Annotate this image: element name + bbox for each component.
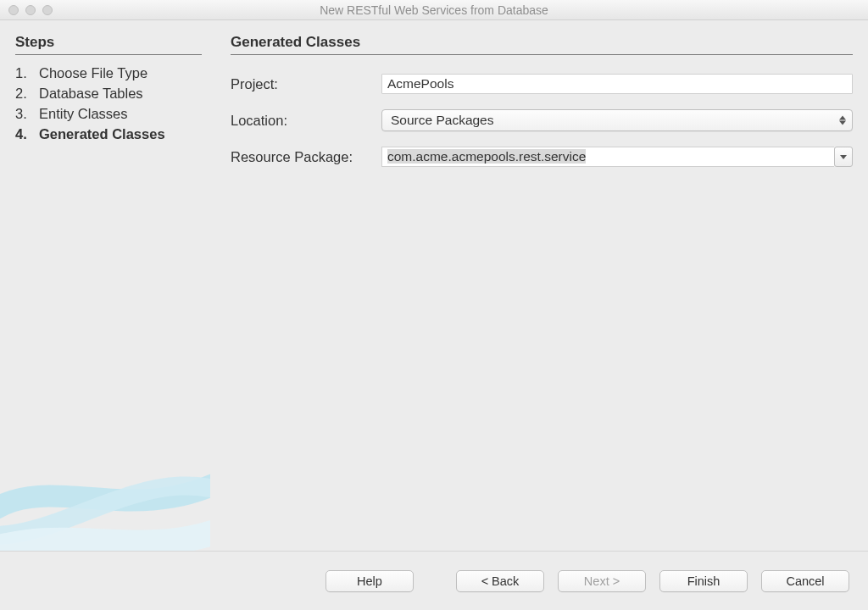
- steps-list: 1. Choose File Type 2. Database Tables 3…: [15, 64, 202, 145]
- finish-button[interactable]: Finish: [659, 570, 748, 592]
- step-item: 1. Choose File Type: [15, 64, 202, 84]
- window-controls: [0, 5, 53, 15]
- wizard-window: New RESTful Web Services from Database S…: [0, 0, 868, 610]
- titlebar: New RESTful Web Services from Database: [0, 0, 868, 20]
- step-number: 4.: [15, 125, 31, 145]
- steps-sidebar: Steps 1. Choose File Type 2. Database Ta…: [0, 20, 210, 551]
- project-label: Project:: [231, 76, 381, 92]
- location-row: Location: Source Packages: [231, 109, 853, 131]
- help-button[interactable]: Help: [326, 570, 414, 592]
- location-value: Source Packages: [391, 113, 494, 128]
- close-window-icon[interactable]: [8, 5, 19, 15]
- wizard-footer: Help < Back Next > Finish Cancel: [0, 551, 868, 610]
- page-title: Generated Classes: [231, 34, 853, 55]
- decorative-swoosh-icon: [0, 398, 210, 551]
- project-field[interactable]: [381, 74, 853, 94]
- location-label: Location:: [231, 113, 381, 129]
- back-button[interactable]: < Back: [456, 570, 544, 592]
- resource-package-value: com.acme.acmepools.rest.service: [387, 149, 586, 164]
- step-number: 3.: [15, 104, 31, 125]
- step-item-current: 4. Generated Classes: [15, 125, 202, 145]
- zoom-window-icon[interactable]: [42, 5, 53, 15]
- step-number: 1.: [15, 64, 31, 84]
- cancel-button[interactable]: Cancel: [761, 570, 849, 592]
- step-number: 2.: [15, 84, 31, 104]
- main-panel: Generated Classes Project: Location: Sou…: [210, 20, 868, 551]
- content-area: Steps 1. Choose File Type 2. Database Ta…: [0, 20, 868, 551]
- step-item: 3. Entity Classes: [15, 104, 202, 125]
- window-title: New RESTful Web Services from Database: [0, 3, 868, 17]
- step-label: Entity Classes: [39, 104, 128, 125]
- step-item: 2. Database Tables: [15, 84, 202, 104]
- step-label: Generated Classes: [39, 125, 165, 145]
- resource-package-label: Resource Package:: [231, 149, 381, 165]
- steps-heading: Steps: [15, 34, 202, 55]
- step-label: Database Tables: [39, 84, 143, 104]
- minimize-window-icon[interactable]: [25, 5, 36, 15]
- next-button: Next >: [558, 570, 646, 592]
- resource-package-dropdown-button[interactable]: [834, 147, 853, 167]
- chevron-down-icon: [840, 155, 847, 159]
- project-row: Project:: [231, 74, 853, 94]
- step-label: Choose File Type: [39, 64, 147, 84]
- resource-package-row: Resource Package: com.acme.acmepools.res…: [231, 147, 853, 167]
- resource-package-input[interactable]: com.acme.acmepools.rest.service: [381, 147, 834, 167]
- location-select[interactable]: Source Packages: [381, 109, 853, 131]
